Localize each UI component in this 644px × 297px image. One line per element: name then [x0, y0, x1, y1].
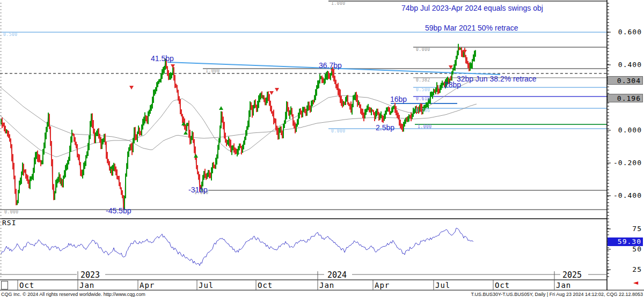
- swing-annotation: 74bp Jul 2023-Apr 2024 equals swings obj: [401, 4, 543, 12]
- x-axis-month[interactable]: Jul: [199, 281, 214, 289]
- rsi-axis-tick: 75: [609, 225, 642, 232]
- x-axis-month[interactable]: Apr: [140, 281, 155, 289]
- fib-level-label: 0.618: [416, 97, 430, 101]
- price-axis-tick: 0.400: [609, 61, 642, 68]
- swing-annotation: 16bp: [390, 95, 407, 103]
- fib-level-label: 1.000: [418, 125, 432, 129]
- fib-level-label: 1.000: [206, 69, 220, 73]
- fib-level-label: 0.382: [416, 78, 430, 83]
- x-axis-year: 2023: [80, 271, 100, 279]
- chart-canvas[interactable]: [0, 0, 644, 297]
- fib-level-label: 1.000: [331, 2, 346, 6]
- x-axis-month[interactable]: Oct: [258, 281, 273, 289]
- price-axis-tick: -0.200: [609, 159, 642, 166]
- swing-annotation: 32bp Jun 38.2% retrace: [457, 75, 537, 83]
- rsi-axis-tick: 25: [609, 266, 642, 273]
- x-axis-month[interactable]: Jan: [319, 281, 334, 289]
- x-axis-month[interactable]: Jul: [435, 281, 450, 289]
- price-line-badge: 0.196: [608, 94, 643, 102]
- swing-annotation: 28bp: [444, 81, 461, 88]
- rsi-study-label: RSI: [2, 219, 16, 226]
- swing-annotation: 59bp Mar 2021 50% retrace: [425, 24, 518, 32]
- price-axis-tick: 0.000: [609, 127, 642, 133]
- x-axis-year: 2024: [327, 271, 347, 279]
- x-axis-month[interactable]: Oct: [19, 281, 34, 289]
- price-line-badge: 0.304: [608, 76, 643, 85]
- symbol-status-text: T.US.BUS30Y-T.US.BUS05Y, Daily | Fri Aug…: [471, 292, 643, 297]
- fib-level-label: 0.000: [4, 210, 19, 214]
- fib-level-label: 0.786: [416, 109, 430, 113]
- axis-corner-box[interactable]: [1, 281, 8, 289]
- price-axis-tick: 0.600: [609, 28, 642, 35]
- price-axis-tick: -0.400: [609, 192, 642, 199]
- x-axis-month[interactable]: Oct: [495, 281, 510, 289]
- swing-annotation: 41.5bp: [151, 55, 174, 62]
- x-axis-month[interactable]: Jan: [556, 281, 571, 289]
- swing-annotation: -31bp: [188, 186, 208, 194]
- fib-level-label: 0.500: [3, 33, 18, 37]
- swing-annotation: 2.5bp: [376, 124, 394, 131]
- cqg-chart-window: 1.0000.5000.0001.0000.3820.5000.6180.786…: [0, 0, 644, 297]
- fib-level-label: 0.000: [331, 129, 346, 133]
- fib-level-label: 0.000: [416, 48, 430, 52]
- fib-level-label: 0.500: [416, 88, 430, 92]
- swing-annotation: 36.7bp: [319, 62, 342, 69]
- status-bar: CQG Inc. © 2024 All rights reserved worl…: [0, 290, 644, 297]
- swing-annotation: -45.5bp: [106, 207, 131, 214]
- rsi-axis-tick: 50: [609, 246, 642, 253]
- rsi-value-badge: 59.30: [608, 237, 643, 246]
- x-axis-month[interactable]: Apr: [375, 281, 390, 289]
- scroll-left-icon[interactable]: ◄: [633, 279, 638, 286]
- x-axis-month[interactable]: Jan: [79, 281, 94, 289]
- x-axis-year: 2025: [562, 271, 582, 279]
- copyright-text: CQG Inc. © 2024 All rights reserved worl…: [1, 292, 145, 297]
